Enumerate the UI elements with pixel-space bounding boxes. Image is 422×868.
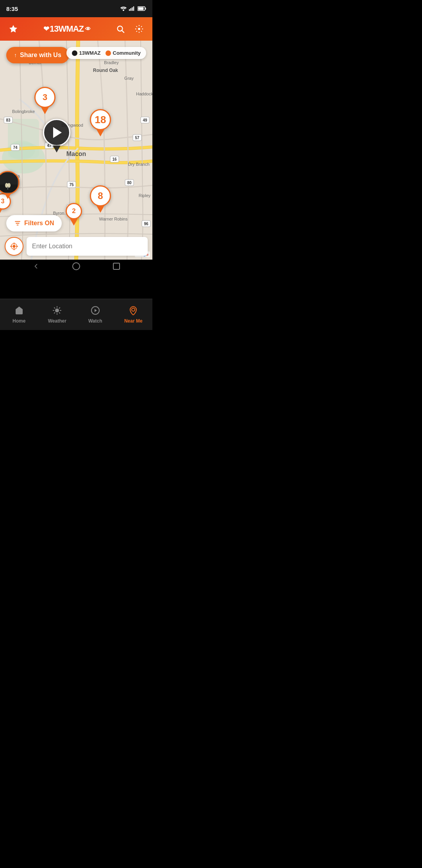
share-icon: ↑ [14, 52, 17, 58]
home-svg [14, 306, 24, 315]
legend-community: Community [106, 50, 141, 56]
community-label: Community [113, 50, 141, 56]
app-logo: ❤ 13WMAZ 👁 [43, 24, 90, 34]
nav-weather-label: Weather [48, 318, 66, 324]
pin-tail-18 [97, 129, 104, 136]
svg-point-10 [138, 28, 140, 30]
nav-home[interactable]: Home [0, 299, 38, 330]
near-me-icon [129, 306, 138, 317]
svg-text:57: 57 [135, 136, 139, 140]
eye-icon: 👁 [85, 26, 90, 32]
cluster-left-tail [0, 209, 2, 216]
weather-svg [52, 306, 62, 315]
recents-icon [113, 263, 120, 270]
video-pin[interactable] [43, 119, 70, 152]
back-icon [32, 262, 40, 270]
photo-pin[interactable] [0, 171, 20, 199]
pin-tail-8 [97, 206, 104, 213]
legend-station: 13WMAZ [72, 50, 101, 56]
status-bar: 8:35 [0, 0, 152, 17]
svg-rect-2 [131, 8, 131, 11]
logo-text: 13WMAZ [50, 24, 84, 34]
location-input-wrap[interactable] [27, 237, 148, 256]
station-dot [72, 50, 77, 56]
svg-rect-3 [132, 7, 132, 11]
star-icon [9, 24, 18, 34]
header-actions [113, 22, 146, 36]
pin-count-2: 2 [66, 203, 82, 219]
svg-line-9 [122, 30, 124, 32]
nav-watch-label: Watch [88, 318, 102, 324]
nav-near-me-label: Near Me [124, 318, 143, 324]
svg-rect-6 [145, 8, 146, 10]
svg-text:83: 83 [6, 118, 11, 122]
location-input[interactable] [32, 243, 142, 250]
svg-text:16: 16 [112, 157, 117, 161]
svg-text:Gray: Gray [124, 76, 134, 81]
svg-point-57 [55, 308, 59, 312]
map-pin-8[interactable]: 8 [90, 185, 111, 213]
pin-tail-3 [41, 107, 49, 114]
near-me-svg [129, 306, 138, 315]
svg-text:75: 75 [69, 183, 74, 187]
nav-near-me[interactable]: Near Me [114, 299, 153, 330]
svg-rect-54 [7, 187, 8, 190]
video-pin-tail [53, 145, 61, 152]
svg-text:49: 49 [143, 118, 147, 122]
svg-text:Dry Branch: Dry Branch [128, 162, 149, 167]
svg-text:Bradley: Bradley [104, 60, 119, 65]
filters-button[interactable]: Filters ON [6, 215, 62, 231]
wifi-icon [120, 6, 127, 11]
pin-count-18: 18 [90, 109, 111, 130]
map-pin-3[interactable]: 3 [34, 87, 55, 114]
svg-point-0 [123, 9, 124, 11]
nav-weather[interactable]: Weather [38, 299, 77, 330]
photo-circle [0, 171, 20, 194]
svg-point-60 [132, 308, 135, 311]
map-pin-18[interactable]: 18 [90, 109, 111, 136]
home-icon [14, 306, 24, 317]
gesture-bar [0, 260, 152, 273]
share-button[interactable]: ↑ Share with Us [6, 47, 69, 63]
battery-icon [138, 6, 146, 11]
share-button-label: Share with Us [20, 52, 61, 59]
my-location-button[interactable] [5, 237, 23, 256]
back-button[interactable] [30, 261, 41, 272]
svg-rect-7 [138, 7, 144, 10]
settings-button[interactable] [132, 22, 146, 36]
svg-text:96: 96 [144, 222, 148, 226]
filters-label: Filters ON [24, 220, 54, 227]
community-dot [106, 50, 111, 56]
map-pin-2[interactable]: 2 [66, 203, 82, 226]
nav-watch[interactable]: Watch [76, 299, 114, 330]
location-icon [10, 242, 18, 251]
svg-rect-4 [133, 6, 134, 11]
station-label: 13WMAZ [79, 50, 101, 56]
search-button[interactable] [113, 22, 127, 36]
recents-button[interactable] [111, 261, 122, 272]
map-legend: 13WMAZ Community [66, 47, 146, 59]
photo-pin-tail [5, 194, 11, 199]
video-play-icon [53, 127, 62, 138]
watch-svg [91, 306, 100, 315]
svg-point-55 [13, 245, 15, 247]
svg-marker-59 [95, 309, 97, 312]
home-button[interactable] [71, 261, 82, 272]
video-pin-inner [43, 119, 70, 146]
svg-text:Ripley: Ripley [139, 193, 151, 198]
signal-icon [129, 6, 135, 11]
map-container[interactable]: Macon Bolingbroke Billingwood Berner Bra… [0, 41, 152, 260]
svg-text:Round Oak: Round Oak [93, 68, 118, 73]
bottom-nav: Home Weather Watch Near Me [0, 299, 152, 330]
pin-count-8: 8 [90, 185, 111, 206]
home-circle-icon [72, 262, 80, 270]
filters-icon [14, 220, 21, 227]
svg-text:74: 74 [13, 145, 18, 150]
watch-icon [91, 306, 100, 317]
pin-tail-2 [70, 219, 78, 226]
favorite-button[interactable] [6, 22, 20, 36]
svg-text:80: 80 [127, 181, 132, 185]
nav-home-label: Home [13, 318, 25, 324]
status-time: 8:35 [6, 5, 18, 12]
settings-icon [135, 25, 143, 33]
